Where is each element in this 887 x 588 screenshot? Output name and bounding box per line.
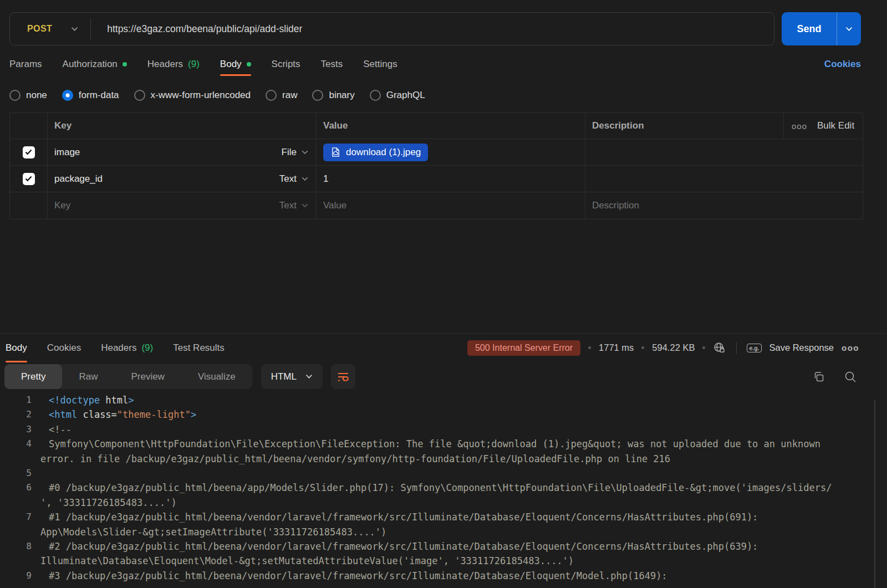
bulk-edit-button[interactable]: Bulk Edit	[817, 120, 854, 131]
value-text[interactable]: Value	[323, 200, 346, 211]
scrollbar[interactable]	[874, 400, 875, 588]
radio-option-raw[interactable]: raw	[266, 90, 297, 101]
radio-icon	[9, 90, 21, 101]
status-dot-icon	[247, 62, 251, 67]
value-cell[interactable]: Value	[316, 192, 585, 219]
row-checkbox[interactable]	[23, 146, 35, 158]
row-checkbox[interactable]	[23, 173, 35, 185]
code-token: class	[77, 409, 111, 420]
radio-option-x-www-form-urlencoded[interactable]: x-www-form-urlencoded	[134, 90, 251, 101]
line-number: 6	[0, 480, 32, 495]
response-tab-body[interactable]: Body	[6, 334, 27, 362]
type-selector[interactable]: Text	[279, 200, 309, 211]
response-tab-cookies[interactable]: Cookies	[47, 334, 81, 362]
tab-scripts[interactable]: Scripts	[272, 53, 300, 75]
status-badge: 500 Internal Server Error	[467, 340, 580, 356]
code-line: ', '33311726185483....')	[0, 495, 887, 510]
send-options-button[interactable]	[837, 12, 861, 45]
response-tab-test-results[interactable]: Test Results	[173, 334, 225, 362]
value-column-header: Value	[316, 113, 585, 139]
wrap-text-button[interactable]	[331, 364, 355, 389]
radio-option-none[interactable]: none	[9, 90, 47, 101]
tab-settings[interactable]: Settings	[363, 53, 397, 75]
save-response-button[interactable]: Save Response	[769, 342, 834, 353]
form-data-table: Key Value Description ooo Bulk Edit imag…	[9, 113, 863, 219]
radio-label: none	[26, 90, 47, 101]
line-number: 8	[0, 539, 32, 554]
cookies-link[interactable]: Cookies	[824, 59, 861, 70]
code-text: <!--	[49, 422, 72, 437]
request-bar: POST Send	[9, 12, 861, 45]
checkmark-icon	[25, 176, 32, 182]
view-tab-pretty[interactable]: Pretty	[4, 364, 62, 389]
more-options-icon[interactable]: ooo	[792, 121, 807, 131]
copy-button[interactable]	[812, 370, 825, 383]
network-globe-lock-icon[interactable]	[713, 341, 726, 355]
file-image-icon	[330, 147, 341, 157]
code-line: 2<html class="theme-light">	[0, 407, 887, 422]
more-actions-icon[interactable]: ooo	[842, 343, 859, 352]
tab-params[interactable]: Params	[9, 53, 42, 75]
url-input[interactable]	[91, 13, 774, 45]
response-tab-headers[interactable]: Headers(9)	[101, 334, 153, 362]
tab-tests[interactable]: Tests	[321, 53, 343, 75]
code-token: ', '33311726185483....')	[40, 497, 177, 508]
code-line: 5	[0, 466, 887, 480]
key-text[interactable]: Key	[54, 200, 70, 211]
code-text: #3 /backup/e3gaz/public_html/beena/vendo…	[49, 569, 667, 583]
key-text[interactable]: image	[54, 147, 80, 158]
response-time: 1771 ms	[599, 342, 634, 353]
view-tab-preview[interactable]: Preview	[114, 364, 181, 389]
chevron-down-icon	[302, 177, 308, 181]
select-cell	[10, 166, 47, 192]
code-text: App\Models\Slider-&gt;setImageAttribute(…	[40, 525, 386, 539]
send-button[interactable]: Send	[782, 12, 861, 45]
description-cell[interactable]: Description	[585, 192, 863, 219]
radio-label: form-data	[79, 90, 119, 101]
type-label: Text	[279, 173, 297, 185]
search-button[interactable]	[844, 370, 857, 384]
code-line: App\Models\Slider-&gt;setImageAttribute(…	[0, 525, 887, 539]
value-cell[interactable]: 1	[316, 166, 585, 192]
key-cell[interactable]: imageFile	[47, 139, 316, 165]
radio-option-graphql[interactable]: GraphQL	[370, 90, 425, 101]
code-token: error. in file /backup/e3gaz/public_html…	[40, 453, 670, 464]
key-cell[interactable]: package_idText	[47, 166, 316, 192]
tab-label: Body	[220, 59, 242, 70]
type-selector[interactable]: Text	[279, 173, 309, 185]
chevron-down-icon	[845, 27, 853, 32]
description-text[interactable]: Description	[592, 200, 639, 211]
tab-body[interactable]: Body	[220, 53, 251, 75]
code-token: #0 /backup/e3gaz/public_html/beena/app/M…	[49, 482, 832, 493]
language-selector[interactable]: HTML	[261, 364, 323, 389]
type-selector[interactable]: File	[282, 147, 309, 158]
code-line: 8#2 /backup/e3gaz/public_html/beena/vend…	[0, 539, 887, 554]
method-label: POST	[27, 24, 52, 34]
method-selector[interactable]: POST	[10, 13, 90, 45]
description-cell[interactable]	[585, 166, 863, 192]
response-tabs: BodyCookiesHeaders(9)Test Results	[6, 334, 244, 362]
value-text[interactable]: 1	[323, 173, 328, 185]
response-size: 594.22 KB	[652, 342, 695, 353]
code-token: Illuminate\Database\Eloquent\Model-&gt;s…	[40, 555, 574, 566]
description-cell[interactable]	[585, 139, 863, 165]
tab-headers[interactable]: Headers(9)	[147, 53, 200, 75]
status-dot-icon	[123, 62, 127, 67]
code-token: html	[100, 395, 128, 406]
radio-option-binary[interactable]: binary	[312, 90, 354, 101]
response-meta: 500 Internal Server Error 1771 ms 594.22…	[467, 340, 859, 356]
file-chip[interactable]: download (1).jpeg	[323, 144, 428, 161]
bulk-edit-area: ooo Bulk Edit	[783, 113, 863, 139]
view-tab-raw[interactable]: Raw	[62, 364, 114, 389]
tab-label: Params	[9, 59, 42, 70]
value-cell[interactable]: download (1).jpeg	[316, 139, 585, 165]
key-cell[interactable]: KeyText	[47, 192, 316, 219]
view-tab-visualize[interactable]: Visualize	[181, 364, 252, 389]
send-label[interactable]: Send	[782, 12, 837, 45]
tab-authorization[interactable]: Authorization	[63, 53, 127, 75]
key-text[interactable]: package_id	[54, 173, 103, 185]
radio-option-form-data[interactable]: form-data	[62, 90, 119, 101]
code-text: #0 /backup/e3gaz/public_html/beena/app/M…	[49, 480, 832, 495]
code-token: #2 /backup/e3gaz/public_html/beena/vendo…	[49, 541, 758, 552]
code-token: =	[111, 409, 117, 420]
